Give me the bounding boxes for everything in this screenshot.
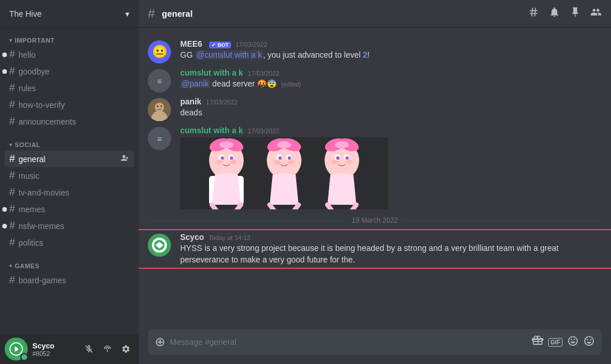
message-input-container: ⊕ GIF bbox=[148, 329, 602, 355]
message-header-panik: panik 17/03/2022 bbox=[180, 97, 602, 106]
message-text-panik: deads bbox=[180, 107, 602, 119]
message-header-mee6: MEE6 ✓ BOT 17/03/2022 bbox=[180, 39, 602, 48]
message-header-cumslut2: cumslut with a k 17/03/2022 bbox=[180, 126, 602, 135]
message-author-cumslut1: cumslut with a k bbox=[180, 68, 243, 77]
unread-dot bbox=[2, 224, 7, 228]
add-attachment-button[interactable]: ⊕ bbox=[155, 335, 165, 350]
message-content-scyco: Scyco Today at 14:13 HYSS is a very stro… bbox=[180, 232, 602, 265]
hash-icon: # bbox=[9, 186, 15, 198]
server-header[interactable]: The Hive ▾ bbox=[0, 0, 139, 28]
mute-button[interactable] bbox=[81, 341, 97, 357]
channel-hello[interactable]: # hello bbox=[5, 46, 134, 63]
message-content-mee6: MEE6 ✓ BOT 17/03/2022 GG @cumslut with a… bbox=[180, 39, 602, 61]
add-user-icon[interactable] bbox=[120, 153, 129, 164]
unread-dot bbox=[2, 207, 7, 212]
level-number: 2 bbox=[363, 50, 367, 59]
pin-icon[interactable] bbox=[569, 6, 581, 21]
channel-nsfw-memes[interactable]: # nsfw-memes bbox=[5, 217, 134, 234]
avatar-cumslut2: ≡ bbox=[148, 127, 171, 150]
message-input[interactable] bbox=[170, 332, 527, 352]
hash-icon: # bbox=[9, 237, 15, 249]
messages-area: 😐 MEE6 ✓ BOT 17/03/2022 GG @cumslut with… bbox=[139, 28, 611, 329]
date-separator: 19 March 2022 bbox=[139, 212, 611, 229]
user-footer: ● Scyco #8052 bbox=[0, 334, 139, 364]
unread-dot bbox=[2, 69, 7, 74]
channel-title: general bbox=[162, 9, 192, 18]
message-text-mee6: GG @cumslut with a k, you just advanced … bbox=[180, 50, 602, 61]
svg-point-36 bbox=[288, 160, 295, 164]
social-section: ▾ SOCIAL # general # music # tv-and-movi… bbox=[0, 132, 139, 253]
server-name: The Hive bbox=[9, 9, 42, 18]
timestamp-cumslut2: 17/03/2022 bbox=[248, 127, 280, 134]
mention-panik: @panik bbox=[180, 79, 210, 88]
settings-button[interactable] bbox=[118, 341, 134, 357]
channel-announcements[interactable]: # announcements bbox=[5, 113, 134, 130]
channel-tv-and-movies[interactable]: # tv-and-movies bbox=[5, 184, 134, 201]
svg-point-10 bbox=[161, 106, 162, 107]
svg-point-7 bbox=[155, 103, 164, 112]
section-important-label[interactable]: ▾ IMPORTANT bbox=[5, 37, 134, 46]
hash-icon: # bbox=[9, 220, 15, 232]
channel-music[interactable]: # music bbox=[5, 167, 134, 184]
message-text-cumslut1: @panik dead server 🤬😨 (edited) bbox=[180, 78, 602, 90]
message-author-cumslut2: cumslut with a k bbox=[180, 126, 243, 135]
chevron-icon: ▾ bbox=[9, 263, 13, 269]
message-content-panik: panik 17/03/2022 deads bbox=[180, 97, 602, 119]
message-group-panik: panik 17/03/2022 deads bbox=[139, 95, 611, 123]
user-info: Scyco #8052 bbox=[32, 342, 76, 357]
section-games-label[interactable]: ▾ GAMES bbox=[5, 262, 134, 272]
svg-point-20 bbox=[221, 156, 224, 160]
message-group-mee6: 😐 MEE6 ✓ BOT 17/03/2022 GG @cumslut with… bbox=[139, 37, 611, 66]
header-icons bbox=[528, 6, 602, 21]
chevron-icon: ▾ bbox=[9, 37, 13, 43]
message-author-panik: panik bbox=[180, 97, 202, 106]
message-group-cumslut2: ≡ cumslut with a k 17/03/2022 bbox=[139, 123, 611, 212]
sidebar: The Hive ▾ ▾ IMPORTANT # hello # goodbye… bbox=[0, 0, 139, 364]
important-section: ▾ IMPORTANT # hello # goodbye # rules # … bbox=[0, 28, 139, 132]
deafen-button[interactable] bbox=[99, 341, 116, 357]
svg-point-17 bbox=[219, 141, 233, 148]
message-content-cumslut1: cumslut with a k 17/03/2022 @panik dead … bbox=[180, 68, 602, 90]
svg-point-9 bbox=[157, 106, 159, 107]
timestamp-cumslut1: 17/03/2022 bbox=[248, 70, 280, 77]
svg-point-45 bbox=[336, 156, 340, 160]
gift-icon[interactable] bbox=[532, 335, 543, 350]
image-embed bbox=[180, 137, 388, 209]
hash-icon: # bbox=[9, 170, 15, 182]
members-icon[interactable] bbox=[590, 6, 602, 21]
avatar-scyco bbox=[148, 234, 171, 257]
channel-goodbye[interactable]: # goodbye bbox=[5, 63, 134, 80]
channel-rules[interactable]: # rules bbox=[5, 80, 134, 96]
hashtag-search-icon[interactable] bbox=[528, 6, 539, 21]
avatar: ● bbox=[5, 337, 28, 361]
channel-how-to-verify[interactable]: # how-to-verify bbox=[5, 96, 134, 113]
server-dropdown-icon: ▾ bbox=[125, 9, 129, 18]
hash-icon: # bbox=[9, 153, 15, 165]
notification-bell-icon[interactable] bbox=[549, 6, 560, 21]
games-section: ▾ GAMES # board-games bbox=[0, 253, 139, 291]
hash-icon: # bbox=[9, 115, 15, 127]
message-input-area: ⊕ GIF bbox=[139, 329, 611, 364]
footer-discriminator: #8052 bbox=[32, 350, 76, 357]
svg-point-34 bbox=[288, 156, 291, 160]
svg-point-30 bbox=[277, 141, 291, 148]
svg-point-47 bbox=[331, 160, 338, 164]
channel-memes[interactable]: # memes bbox=[5, 201, 134, 217]
footer-controls bbox=[81, 341, 134, 357]
channel-general[interactable]: # general bbox=[5, 151, 134, 167]
message-group-scyco: Scyco Today at 14:13 HYSS is a very stro… bbox=[139, 230, 611, 268]
message-text-scyco: HYSS is a very strong project because it… bbox=[180, 243, 602, 265]
gif-button[interactable]: GIF bbox=[548, 338, 562, 347]
channel-politics[interactable]: # politics bbox=[5, 234, 134, 251]
section-social-label[interactable]: ▾ SOCIAL bbox=[5, 141, 134, 151]
chevron-icon: ▾ bbox=[9, 142, 13, 148]
channel-hash-icon: # bbox=[148, 6, 155, 21]
message-header-scyco: Scyco Today at 14:13 bbox=[180, 232, 602, 242]
sticker-icon[interactable] bbox=[567, 335, 579, 350]
channel-board-games[interactable]: # board-games bbox=[5, 272, 134, 288]
message-group-cumslut1: ≡ cumslut with a k 17/03/2022 @panik dea… bbox=[139, 66, 611, 95]
edited-tag: (edited) bbox=[281, 81, 301, 88]
emoji-icon[interactable] bbox=[583, 335, 595, 350]
message-content-cumslut2: cumslut with a k 17/03/2022 bbox=[180, 126, 602, 209]
hash-icon: # bbox=[9, 65, 15, 77]
